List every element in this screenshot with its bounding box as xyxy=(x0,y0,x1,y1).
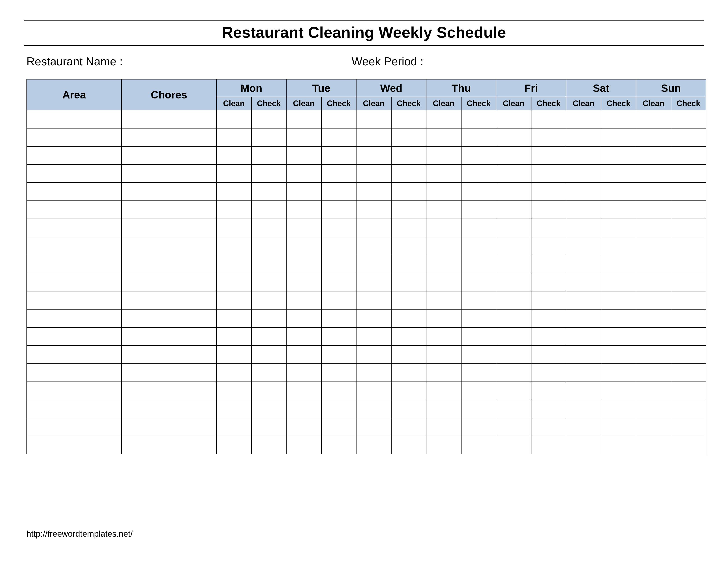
table-cell[interactable] xyxy=(531,110,566,128)
table-cell[interactable] xyxy=(391,291,426,309)
table-cell[interactable] xyxy=(636,128,671,146)
table-cell[interactable] xyxy=(321,382,356,400)
table-cell[interactable] xyxy=(356,418,391,436)
table-cell[interactable] xyxy=(496,436,531,454)
table-cell[interactable] xyxy=(356,219,391,237)
table-cell[interactable] xyxy=(461,182,496,201)
table-cell[interactable] xyxy=(216,418,251,436)
table-cell[interactable] xyxy=(27,146,122,164)
table-cell[interactable] xyxy=(636,309,671,328)
table-cell[interactable] xyxy=(531,237,566,255)
table-cell[interactable] xyxy=(601,201,636,219)
table-cell[interactable] xyxy=(601,110,636,128)
table-cell[interactable] xyxy=(426,364,461,382)
table-cell[interactable] xyxy=(461,255,496,273)
table-cell[interactable] xyxy=(122,128,216,146)
table-cell[interactable] xyxy=(321,237,356,255)
table-cell[interactable] xyxy=(496,237,531,255)
table-cell[interactable] xyxy=(601,328,636,346)
table-cell[interactable] xyxy=(426,382,461,400)
table-cell[interactable] xyxy=(566,237,601,255)
table-cell[interactable] xyxy=(391,219,426,237)
table-cell[interactable] xyxy=(671,418,706,436)
table-cell[interactable] xyxy=(671,219,706,237)
table-cell[interactable] xyxy=(286,219,321,237)
table-cell[interactable] xyxy=(566,201,601,219)
table-cell[interactable] xyxy=(601,128,636,146)
table-cell[interactable] xyxy=(122,237,216,255)
table-cell[interactable] xyxy=(251,346,287,364)
table-cell[interactable] xyxy=(496,128,531,146)
table-cell[interactable] xyxy=(566,255,601,273)
table-cell[interactable] xyxy=(27,436,122,454)
table-cell[interactable] xyxy=(321,128,356,146)
table-cell[interactable] xyxy=(321,291,356,309)
table-cell[interactable] xyxy=(27,201,122,219)
table-cell[interactable] xyxy=(671,164,706,182)
table-cell[interactable] xyxy=(216,237,251,255)
table-cell[interactable] xyxy=(566,291,601,309)
table-cell[interactable] xyxy=(566,146,601,164)
table-cell[interactable] xyxy=(356,328,391,346)
table-cell[interactable] xyxy=(391,309,426,328)
table-cell[interactable] xyxy=(601,273,636,291)
table-cell[interactable] xyxy=(216,364,251,382)
table-cell[interactable] xyxy=(321,164,356,182)
table-cell[interactable] xyxy=(391,436,426,454)
table-cell[interactable] xyxy=(671,146,706,164)
table-cell[interactable] xyxy=(426,346,461,364)
table-cell[interactable] xyxy=(251,418,287,436)
table-cell[interactable] xyxy=(27,255,122,273)
table-cell[interactable] xyxy=(566,273,601,291)
table-cell[interactable] xyxy=(216,436,251,454)
table-cell[interactable] xyxy=(27,309,122,328)
table-cell[interactable] xyxy=(286,418,321,436)
table-cell[interactable] xyxy=(531,146,566,164)
table-cell[interactable] xyxy=(671,110,706,128)
table-cell[interactable] xyxy=(671,400,706,418)
table-cell[interactable] xyxy=(531,164,566,182)
table-cell[interactable] xyxy=(566,128,601,146)
table-cell[interactable] xyxy=(496,219,531,237)
table-cell[interactable] xyxy=(496,201,531,219)
table-cell[interactable] xyxy=(461,346,496,364)
table-cell[interactable] xyxy=(671,237,706,255)
table-cell[interactable] xyxy=(122,364,216,382)
table-cell[interactable] xyxy=(601,364,636,382)
table-cell[interactable] xyxy=(461,128,496,146)
table-cell[interactable] xyxy=(27,328,122,346)
table-cell[interactable] xyxy=(122,382,216,400)
table-cell[interactable] xyxy=(216,328,251,346)
table-cell[interactable] xyxy=(461,382,496,400)
table-cell[interactable] xyxy=(216,346,251,364)
table-cell[interactable] xyxy=(216,219,251,237)
table-cell[interactable] xyxy=(321,182,356,201)
table-cell[interactable] xyxy=(356,346,391,364)
table-cell[interactable] xyxy=(391,146,426,164)
table-cell[interactable] xyxy=(216,110,251,128)
table-cell[interactable] xyxy=(636,110,671,128)
table-cell[interactable] xyxy=(27,128,122,146)
table-cell[interactable] xyxy=(461,110,496,128)
table-cell[interactable] xyxy=(356,146,391,164)
table-cell[interactable] xyxy=(461,164,496,182)
table-cell[interactable] xyxy=(426,309,461,328)
table-cell[interactable] xyxy=(251,201,287,219)
table-cell[interactable] xyxy=(286,400,321,418)
table-cell[interactable] xyxy=(286,436,321,454)
table-cell[interactable] xyxy=(216,291,251,309)
table-cell[interactable] xyxy=(122,346,216,364)
table-cell[interactable] xyxy=(671,364,706,382)
table-cell[interactable] xyxy=(27,364,122,382)
table-cell[interactable] xyxy=(286,328,321,346)
table-cell[interactable] xyxy=(27,273,122,291)
table-cell[interactable] xyxy=(286,237,321,255)
table-cell[interactable] xyxy=(122,400,216,418)
table-cell[interactable] xyxy=(321,219,356,237)
table-cell[interactable] xyxy=(636,237,671,255)
table-cell[interactable] xyxy=(461,291,496,309)
table-cell[interactable] xyxy=(461,364,496,382)
table-cell[interactable] xyxy=(356,364,391,382)
table-cell[interactable] xyxy=(531,219,566,237)
table-cell[interactable] xyxy=(321,436,356,454)
